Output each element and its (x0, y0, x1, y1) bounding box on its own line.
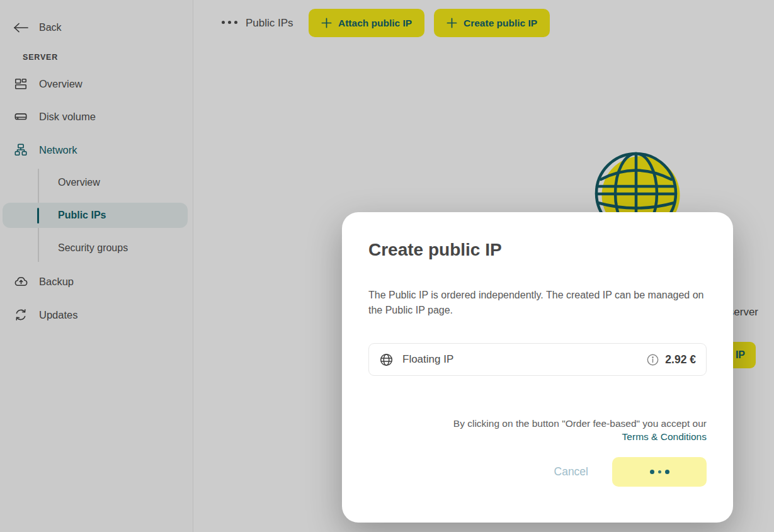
dialog-title: Create public IP (368, 240, 707, 260)
terms-text: By clicking on the button "Order fee-bas… (453, 418, 707, 429)
app-window: Back SERVER Overview Disk volume (0, 0, 774, 532)
loading-dots-icon (650, 470, 669, 474)
terms-link[interactable]: Terms & Conditions (622, 431, 707, 443)
ip-price: 2.92 € (665, 353, 696, 366)
dialog-description: The Public IP is ordered independently. … (368, 288, 707, 318)
ip-type-label: Floating IP (402, 353, 453, 366)
terms-notice: By clicking on the button "Order fee-bas… (368, 417, 707, 443)
cancel-button[interactable]: Cancel (554, 465, 588, 478)
info-icon[interactable] (647, 354, 659, 366)
ip-type-select[interactable]: Floating IP 2.92 € (368, 343, 707, 376)
globe-icon (379, 353, 394, 367)
order-fee-based-button[interactable] (612, 457, 707, 487)
create-public-ip-dialog: Create public IP The Public IP is ordere… (342, 212, 733, 523)
